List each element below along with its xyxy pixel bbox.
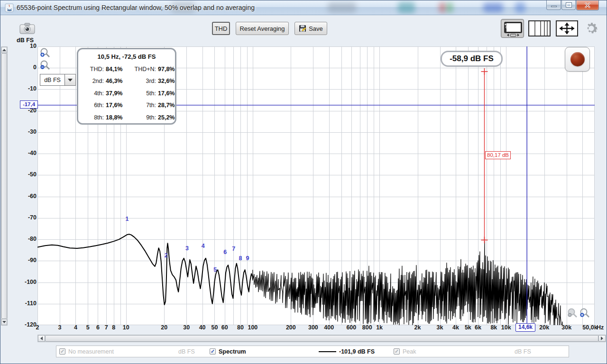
zoom-in-x-icon[interactable] [579,308,590,319]
no-measurement-unit: dB FS [178,348,195,355]
h8-value: 18,8% [106,114,130,121]
h8-label: 8th: [83,114,106,121]
scroll-down-button[interactable] [1,319,7,325]
scroll-right-button[interactable] [598,335,606,342]
graph-layout-icon [501,19,524,38]
harmonic-peak-label: 1 [126,216,129,222]
y-tick-label: -110 [13,300,37,307]
graph-layout-toggle-button[interactable] [501,19,524,38]
thd-row: 4th:37,9% 5th:17,6% [83,87,170,100]
chevron-down-icon [68,79,73,82]
record-icon [570,52,585,66]
vertical-scrollbar-thumb[interactable] [1,53,7,319]
y-tick-label: -50 [13,171,37,178]
x-tick-label: 10 [116,324,137,331]
thd-row: 2nd:46,3% 3rd:32,6% [83,75,170,88]
h5-value: 17,6% [158,90,182,97]
save-button-label: Save [309,25,323,32]
dropdown-button[interactable] [64,74,75,85]
close-icon [584,2,591,8]
legend-spectrum-value: -101,9 dB FS [339,346,375,357]
frequency-axis-mode-button[interactable] [528,20,551,36]
thd-row: 6th:17,6% 7th:28,7% [83,100,170,112]
maximize-button[interactable] [561,0,576,10]
spectrum-checkbox[interactable]: ✓ [210,348,216,355]
check-icon: ✓ [60,349,64,354]
title-bar[interactable]: 65536-point Spectrum using Rectangular w… [0,0,607,15]
zoom-out-y-icon[interactable] [39,60,51,71]
cursor-level-readout: -58,9 dB FS [441,51,503,67]
y-tick-label: 0 [13,64,37,71]
legend-no-measurement-unit: dB FS [178,346,195,357]
legend-spectrum: ✓ Spectrum [210,346,246,357]
h6-label: 6th: [83,102,106,109]
harmonic-peak-label: 6 [223,249,227,255]
pan-arrows-icon [557,21,577,36]
titlebar-glass-artifact [398,2,415,13]
thd-button-label: THD [215,25,228,32]
peak-checkbox[interactable]: ✓ [394,348,400,355]
horizontal-scrollbar[interactable] [37,335,606,342]
x-tick-label: 10k [496,324,516,331]
scroll-left-button[interactable] [38,335,45,342]
h3-value: 32,6% [158,78,182,84]
frequency-cursor-label[interactable]: 14,6k [515,323,535,332]
settings-gear-icon[interactable] [583,20,599,36]
titlebar-glass-artifact [328,2,356,13]
thd-button[interactable]: THD [212,22,230,35]
x-tick-label: 20 [154,324,175,331]
no-measurement-checkbox[interactable]: ✓ [59,348,65,355]
h4-label: 4th: [83,90,106,97]
spectrum-label: Spectrum [219,348,246,355]
harmonic-peak-label: 4 [202,243,205,249]
x-tick-label: 1k [369,324,390,331]
scroll-right-icon [601,337,603,340]
scroll-down-icon [2,321,6,323]
horizontal-cursor-label[interactable]: -17,4 [20,100,38,109]
minimize-icon [551,6,557,7]
y-tick-label: -40 [13,150,37,156]
java-app-icon [5,3,14,12]
y-tick-label: -30 [13,128,37,135]
x-axis-unit: Hz [597,324,604,331]
thdn-label: THD+N: [130,66,158,73]
peak-unit: dB FS [515,348,531,355]
x-tick-label: 200 [280,324,301,331]
x-tick-label: 400 [319,324,340,331]
h5-label: 5th: [130,90,158,97]
harmonic-peak-label: 3 [185,245,189,252]
thd-row: 8th:18,8% 9th:25,2% [83,111,170,124]
zoom-in-y-icon[interactable] [39,47,51,59]
delta-measurement-label[interactable]: 80,17 dB [485,151,511,159]
y-tick-label: -60 [13,193,37,200]
titlebar-glass-artifact [439,2,446,13]
x-tick-label: 100 [242,324,263,331]
scroll-up-button[interactable] [1,47,7,53]
reset-averaging-button[interactable]: Reset Averaging [236,22,289,35]
close-button[interactable] [576,0,599,10]
peak-label: Peak [403,348,416,355]
x-tick-label: 2k [407,324,428,331]
thdn-value: 97,8% [158,66,182,73]
horizontal-scrollbar-thumb[interactable] [45,335,598,342]
y-tick-label: -80 [13,236,37,242]
h2-value: 46,3% [106,78,130,84]
scroll-left-icon [40,337,43,340]
zoom-out-x-icon[interactable] [567,308,578,319]
record-button[interactable] [565,47,590,72]
h3-label: 3rd: [130,78,158,84]
pan-mode-button[interactable] [556,20,578,36]
harmonic-peak-label: 5 [213,266,217,273]
camera-capture-icon[interactable] [19,22,35,35]
spectrum-trace-sample [319,351,336,352]
minimize-button[interactable] [546,0,561,10]
vertical-scrollbar[interactable] [1,46,8,326]
h7-label: 7th: [130,102,158,109]
y-tick-label: -90 [13,257,37,264]
check-icon: ✓ [395,349,399,354]
save-button[interactable]: Save [294,22,327,35]
y-tick-label: -70 [13,214,37,221]
maximize-icon [566,3,571,7]
scroll-up-icon [2,49,6,51]
vertical-axis-unit-dropdown[interactable]: dB FS [40,74,76,86]
